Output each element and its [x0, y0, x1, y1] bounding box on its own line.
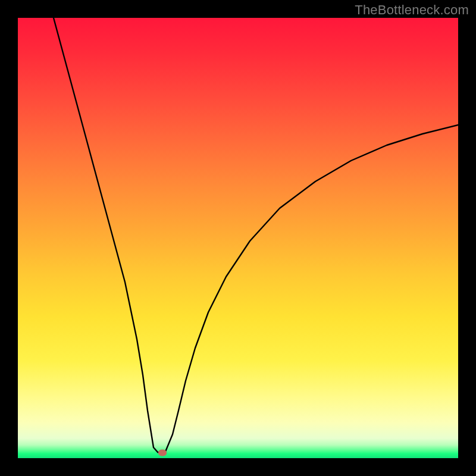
chart-frame: TheBottleneck.com: [0, 0, 476, 476]
curve-marker: [158, 450, 167, 456]
bottleneck-curve-path: [54, 18, 458, 453]
curve-svg: [18, 18, 458, 458]
watermark-text: TheBottleneck.com: [355, 2, 469, 18]
plot-area: [18, 18, 458, 458]
